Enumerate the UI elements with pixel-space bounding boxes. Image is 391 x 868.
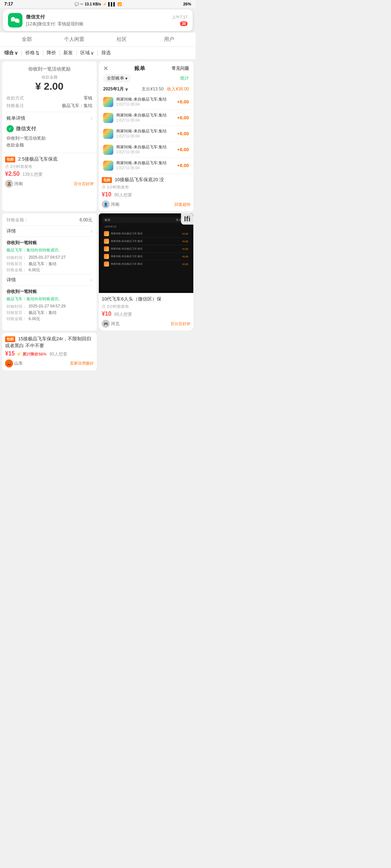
notif-badge: 38	[180, 21, 188, 26]
product-1-title: 2.5接极品飞车保底	[18, 156, 58, 162]
product-2-avatar: 👤	[102, 200, 110, 208]
product-4-wants: 88人想要	[114, 312, 132, 317]
transfer-detail-button-2[interactable]: 详情	[7, 274, 92, 286]
tab-all[interactable]: 全部	[3, 33, 50, 46]
product-3-title: 15接极品飞车保底24r，不限制回归或者黑白 不中不要	[5, 336, 91, 348]
detail-chevron-icon	[91, 115, 92, 122]
filter-label-discount: 降价	[47, 50, 56, 56]
tab-user[interactable]: 用户	[145, 33, 193, 46]
product-4-footer: 🎮 河北 百分百好评	[102, 320, 190, 328]
pay-amount: ¥ 2.00	[7, 81, 92, 92]
product-1-wants: 139人想要	[22, 172, 43, 177]
screenshot-mock: 账单 常见问题 2025年1月 商家转账-来自极品飞车:集结 +6.00 商家转…	[101, 216, 191, 291]
tab-community[interactable]: 社区	[98, 33, 145, 46]
product-4-price: ¥10	[102, 311, 112, 317]
bill-expense: 支出¥13.50	[142, 86, 164, 92]
bill-title: 账单	[134, 65, 145, 72]
filter-comprehensive[interactable]: 综合 ∨	[4, 50, 18, 56]
transfer-section-2-sub: 极品飞车：集结向你转账成功。	[7, 296, 92, 302]
product-2-info: 包邮 10接极品飞车保底20 没 ⏱ 1小时前发布 ¥10 90人想要 👤 河南…	[99, 173, 193, 211]
transfer-amount-label: 转账金额：	[7, 217, 28, 223]
bill-filter-chevron-icon: ▾	[125, 76, 127, 81]
bill-filter-label: 全部账单	[107, 75, 124, 81]
product-2-time: ⏱ 1小时前发布	[102, 184, 190, 190]
method-row: 收款方式 零钱	[7, 95, 92, 101]
bill-item-1[interactable]: 商家转账-来自极品飞车:集结 1月27日 05:04 +6.00	[99, 110, 193, 125]
remark-value-1: 极品飞车：集结	[29, 261, 56, 267]
transfer-detail-label: 详情	[7, 228, 16, 234]
bill-item-icon-2	[103, 129, 113, 139]
filter-sep-4: |	[76, 50, 77, 56]
filter-discount[interactable]: 降价	[47, 50, 56, 56]
bill-item-title-4: 商家转账-来自极品飞车:集结	[116, 160, 177, 166]
chevron-down-icon: ∨	[14, 50, 18, 56]
screenshot-items: 商家转账-来自极品飞车:集结 +6.00 商家转账-来自极品飞车:集结 +6.0…	[102, 230, 190, 268]
product-2-tag: 包邮	[102, 177, 112, 183]
status-time: 7:17	[4, 1, 13, 7]
product-3-price: ¥15	[5, 350, 15, 357]
bill-item-amount-2: +6.00	[177, 131, 189, 136]
bill-item-time-0: 1月27日 05:04	[116, 102, 177, 107]
product-4-avatar: 🎮	[102, 320, 110, 328]
bill-item-icon-0	[103, 97, 113, 107]
bill-month[interactable]: 2025年1月 ∨	[103, 86, 128, 92]
bill-item-icon-1	[103, 113, 113, 123]
bill-item-0[interactable]: 商家转账-来自极品飞车:集结 1月27日 05:04 +6.00	[99, 94, 193, 110]
wechat-icon: 💬	[75, 2, 79, 6]
notif-title: 微信支付	[26, 14, 168, 20]
notification-banner[interactable]: 微信支付 [12条]微信支付: 零钱提现到账 上午7:17 38	[3, 9, 193, 31]
tab-personal[interactable]: 个人闲置	[50, 33, 98, 46]
bill-close-icon[interactable]: ✕	[103, 65, 108, 72]
product-3-card[interactable]: 包邮 15接极品飞车保底24r，不限制回归或者黑白 不中不要 ¥15 ⚡ 累计降…	[2, 333, 97, 370]
clock-icon-2: ⏱	[102, 185, 106, 190]
product-2-footer: 👤 河南 回复超快	[102, 200, 190, 208]
transfer-detail-button[interactable]: 详情	[7, 225, 92, 237]
bill-help[interactable]: 常见问题	[172, 65, 189, 72]
product-4-title: 10代飞车6人头（微信区）保	[102, 296, 161, 302]
product-3-title-row: 包邮 15接极品飞车保底24r，不限制回归或者黑白 不中不要	[5, 336, 94, 349]
bill-item-info-1: 商家转账-来自极品飞车:集结 1月27日 05:04	[116, 112, 177, 123]
bill-month-row: 2025年1月 ∨ 支出¥13.50 收入¥36.00	[99, 85, 193, 94]
wxpay-label: 微信支付	[16, 125, 36, 132]
bluetooth-icon: ⚡	[102, 2, 107, 6]
bottom-products: 包邮 15接极品飞车保底24r，不限制回归或者黑白 不中不要 ¥15 ⚡ 累计降…	[0, 333, 196, 372]
product-2-title: 10接极品飞车保底20 没	[115, 177, 164, 182]
receive-note: 你收到一笔活动奖励	[7, 135, 92, 141]
clock-icon: ⏱	[5, 165, 9, 169]
filter-screen[interactable]: 筛选	[101, 50, 111, 56]
product-4-info: 10代飞车6人头（微信区）保 ⏱ 2小时前发布 ¥10 88人想要 🎮 河北 百…	[99, 293, 193, 331]
clock-icon-4: ⏱	[102, 305, 106, 309]
product-1-avatar: 🧸	[5, 180, 13, 188]
filter-region[interactable]: 区域 ∨	[80, 50, 94, 56]
detail-link[interactable]: 账单详情	[7, 112, 92, 122]
remark-label: 转账备注	[7, 103, 24, 109]
bill-filter-button[interactable]: 全部账单 ▾	[103, 74, 131, 82]
bill-item-4[interactable]: 商家转账-来自极品飞车:集结 1月27日 05:04 +6.00	[99, 157, 193, 173]
ifi-label: Ifi	[181, 213, 193, 225]
filter-sep-3: |	[59, 50, 60, 56]
transfer-section-1-sub: 极品飞车：集结向你转账成功。	[7, 247, 92, 253]
product-1-price-row: ¥2.50 139人想要	[5, 171, 94, 178]
filter-label-screen: 筛选	[101, 50, 111, 56]
bill-item-2[interactable]: 商家转账-来自极品飞车:集结 1月27日 05:04 +6.00	[99, 125, 193, 141]
tab-bar: 全部 个人闲置 社区 用户	[0, 33, 196, 47]
bill-stats[interactable]: 统计	[180, 75, 189, 81]
transfer-section-1-title: 你收到一笔转账	[7, 240, 92, 246]
screenshot-month: 2025年1月	[102, 224, 190, 229]
remark-label-2: 转账留言：	[7, 310, 26, 315]
filter-label-new: 新发	[63, 50, 73, 56]
product-4-price-row: ¥10 88人想要	[102, 311, 190, 318]
transfer-detail-label-2: 详情	[7, 277, 16, 283]
wxpay-circle-icon: ✓	[7, 125, 14, 132]
amount-value-1: 6.00元	[29, 267, 40, 273]
transfer-card: 转账金额： 6.00元 详情 你收到一笔转账 极品飞车：集结向你转账成功。 转账…	[2, 213, 97, 331]
transfer-remark-row-2: 转账留言： 极品飞车：集结	[7, 310, 92, 315]
bill-item-3[interactable]: 商家转账-来自极品飞车:集结 1月27日 05:04 +6.00	[99, 141, 193, 157]
filter-price[interactable]: 价格 ⇅	[25, 50, 39, 56]
time-value-1: 2025-01-27 04:57:27	[29, 255, 66, 260]
product-3-price-row: ¥15 ⚡ 累计降价56% 90人想要	[5, 350, 94, 357]
lightning-icon: ⚡	[16, 352, 21, 356]
bill-item-title-2: 商家转账-来自极品飞车:集结	[116, 128, 177, 134]
screenshot-card: 账单 常见问题 2025年1月 商家转账-来自极品飞车:集结 +6.00 商家转…	[99, 213, 193, 331]
filter-new[interactable]: 新发	[63, 50, 73, 56]
